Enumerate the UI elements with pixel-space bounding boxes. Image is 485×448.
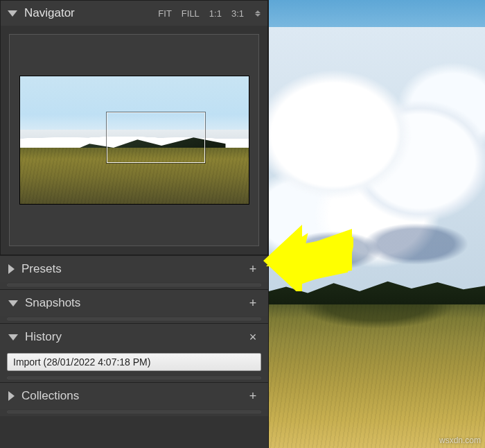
snapshots-header[interactable]: Snapshots + [0, 290, 268, 316]
main-image-viewport[interactable]: wsxdn.com [269, 0, 485, 448]
chevron-up-icon[interactable] [255, 10, 261, 13]
add-snapshot-button[interactable]: + [246, 296, 260, 311]
zoom-level-group: FIT FILL 1:1 3:1 [158, 8, 261, 19]
panel-label: Snapshots [25, 296, 246, 310]
viewport-rectangle[interactable] [107, 112, 205, 164]
panel-label: Collections [21, 389, 246, 403]
navigator-header[interactable]: Navigator FIT FILL 1:1 3:1 [1, 1, 267, 26]
clear-history-button[interactable]: × [246, 330, 260, 345]
zoom-fill[interactable]: FILL [182, 8, 200, 19]
preview-thumbnail[interactable] [19, 76, 249, 205]
zoom-1-1[interactable]: 1:1 [209, 8, 222, 19]
chevron-down-icon[interactable] [255, 14, 261, 17]
zoom-fit[interactable]: FIT [158, 8, 172, 19]
zoom-stepper[interactable] [255, 10, 261, 17]
history-panel: History × Import (28/01/2022 4:07:18 PM) [0, 323, 268, 382]
panel-label: Presets [21, 262, 246, 276]
snapshots-panel: Snapshots + [0, 289, 268, 323]
disclosure-triangle-icon[interactable] [8, 334, 18, 341]
add-collection-button[interactable]: + [246, 389, 260, 404]
panel-scrollbar[interactable] [7, 377, 261, 379]
disclosure-triangle-icon[interactable] [8, 391, 15, 401]
panel-scrollbar[interactable] [7, 411, 261, 413]
presets-header[interactable]: Presets + [0, 256, 268, 282]
history-list: Import (28/01/2022 4:07:18 PM) [0, 350, 268, 375]
disclosure-triangle-icon[interactable] [8, 264, 15, 274]
history-item[interactable]: Import (28/01/2022 4:07:18 PM) [7, 353, 261, 371]
panel-scrollbar[interactable] [7, 284, 261, 286]
panel-scrollbar[interactable] [7, 318, 261, 320]
disclosure-triangle-icon[interactable] [8, 10, 17, 17]
zoom-3-1[interactable]: 3:1 [231, 8, 244, 19]
collections-panel: Collections + [0, 382, 268, 416]
presets-panel: Presets + [0, 255, 268, 289]
collections-header[interactable]: Collections + [0, 383, 268, 409]
left-sidebar: Navigator FIT FILL 1:1 3:1 [0, 0, 269, 448]
disclosure-triangle-icon[interactable] [8, 300, 18, 307]
navigator-preview-area [1, 26, 267, 255]
add-preset-button[interactable]: + [246, 262, 260, 277]
history-header[interactable]: History × [0, 324, 268, 350]
watermark-text: wsxdn.com [439, 436, 481, 445]
navigator-panel: Navigator FIT FILL 1:1 3:1 [0, 0, 268, 255]
navigator-preview[interactable] [9, 34, 259, 246]
panel-label: History [25, 330, 246, 344]
navigator-title: Navigator [24, 6, 158, 20]
sidebar-empty-area [0, 416, 268, 448]
